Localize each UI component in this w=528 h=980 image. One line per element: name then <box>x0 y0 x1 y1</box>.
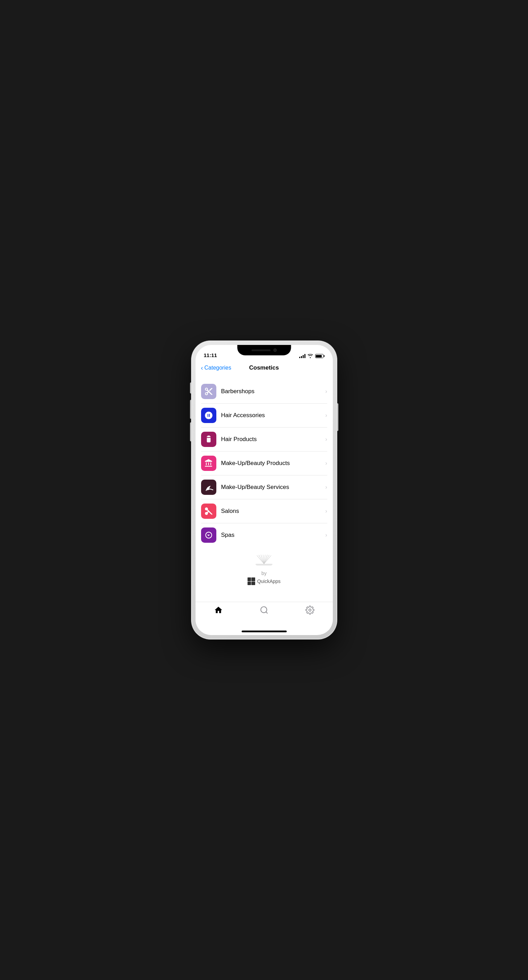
status-icons <box>299 354 325 358</box>
quickapps-label: QuickApps <box>257 579 281 584</box>
phone-frame: 11:11 ‹ Categories <box>191 341 337 639</box>
makeup-products-icon <box>201 456 216 471</box>
hair-products-label: Hair Products <box>221 436 325 443</box>
notch <box>237 345 291 355</box>
svg-line-0 <box>257 555 264 564</box>
signal-icon <box>299 354 305 358</box>
category-item-spas[interactable]: Spas › <box>201 523 327 547</box>
barbershops-label: Barbershops <box>221 388 325 395</box>
mute-button[interactable] <box>190 382 191 393</box>
category-item-salons[interactable]: Salons › <box>201 500 327 523</box>
search-icon <box>260 606 269 614</box>
power-button[interactable] <box>337 403 338 431</box>
volume-up-button[interactable] <box>190 400 191 419</box>
tab-search[interactable] <box>254 606 274 614</box>
barbershops-chevron-icon: › <box>325 388 327 395</box>
makeup-products-chevron-icon: › <box>325 460 327 466</box>
category-item-barbershops[interactable]: Barbershops › <box>201 380 327 404</box>
quickapps-logo-icon <box>247 578 255 585</box>
category-list: Barbershops › Hair Accessories › <box>195 380 333 547</box>
front-camera <box>273 348 277 352</box>
footer-brand: by QuickApps <box>195 547 333 591</box>
hair-accessories-label: Hair Accessories <box>221 412 325 419</box>
svg-point-12 <box>309 609 311 611</box>
gear-icon <box>305 606 314 614</box>
makeup-services-chevron-icon: › <box>325 484 327 490</box>
footer-by-label: by <box>262 571 266 576</box>
back-label: Categories <box>205 365 231 371</box>
tab-bar <box>195 602 333 630</box>
salons-icon <box>201 504 216 519</box>
back-chevron-icon: ‹ <box>201 365 203 371</box>
makeup-products-label: Make-Up/Beauty Products <box>221 460 325 467</box>
hair-accessories-chevron-icon: › <box>325 412 327 418</box>
makeup-services-label: Make-Up/Beauty Services <box>221 484 325 491</box>
page-title: Cosmetics <box>249 364 279 371</box>
barbershops-icon <box>201 384 216 399</box>
svg-line-11 <box>266 612 268 614</box>
hair-products-chevron-icon: › <box>325 436 327 442</box>
category-item-makeup-products[interactable]: Make-Up/Beauty Products › <box>201 452 327 476</box>
tab-settings[interactable] <box>300 606 320 614</box>
status-time: 11:11 <box>204 352 217 358</box>
hair-products-icon <box>201 432 216 447</box>
back-button[interactable]: ‹ Categories <box>201 365 231 371</box>
spas-icon <box>201 528 216 543</box>
tab-home[interactable] <box>208 606 229 614</box>
volume-down-button[interactable] <box>190 422 191 441</box>
svg-point-10 <box>261 606 266 612</box>
home-indicator <box>242 630 287 632</box>
home-icon <box>214 606 223 614</box>
battery-icon <box>315 354 325 358</box>
speaker <box>251 350 270 351</box>
salons-chevron-icon: › <box>325 508 327 514</box>
wifi-icon <box>308 354 313 358</box>
content-area: Barbershops › Hair Accessories › <box>195 375 333 602</box>
makeup-services-icon <box>201 480 216 495</box>
salons-label: Salons <box>221 508 325 515</box>
spas-label: Spas <box>221 531 325 539</box>
spas-chevron-icon: › <box>325 532 327 538</box>
category-item-makeup-services[interactable]: Make-Up/Beauty Services › <box>201 476 327 500</box>
category-item-hair-products[interactable]: Hair Products › <box>201 428 327 452</box>
phone-screen: 11:11 ‹ Categories <box>195 345 333 635</box>
category-item-hair-accessories[interactable]: Hair Accessories › <box>201 404 327 428</box>
footer-quickapps: QuickApps <box>247 578 281 585</box>
brand-decoration-icon <box>254 554 274 568</box>
hair-accessories-icon <box>201 408 216 423</box>
navigation-bar: ‹ Categories Cosmetics <box>195 360 333 375</box>
